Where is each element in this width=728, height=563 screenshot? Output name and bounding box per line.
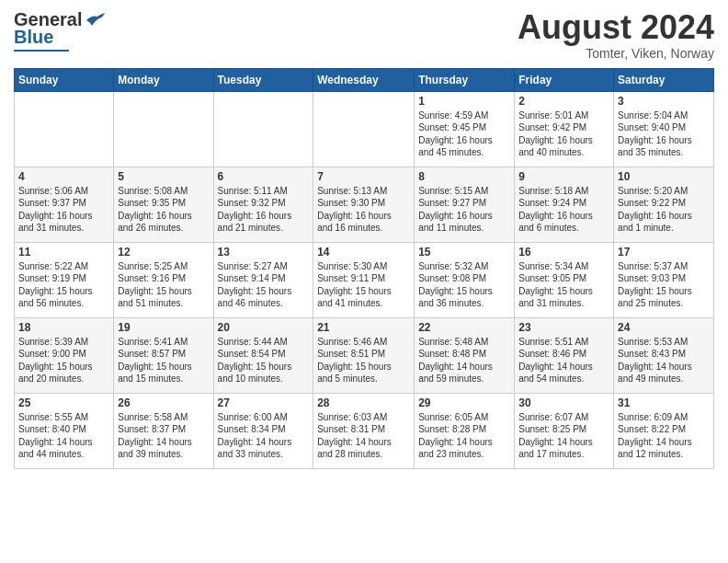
day-number: 29 [418,396,510,409]
day-number: 21 [317,321,410,334]
calendar-cell [15,91,114,167]
calendar-cell: 26Sunrise: 5:58 AM Sunset: 8:37 PM Dayli… [114,393,213,468]
location-text: Tomter, Viken, Norway [518,46,714,61]
day-info: Sunrise: 5:32 AM Sunset: 9:08 PM Dayligh… [418,260,510,310]
calendar-cell: 14Sunrise: 5:30 AM Sunset: 9:11 PM Dayli… [313,242,415,317]
day-number: 25 [18,396,109,409]
calendar-cell: 30Sunrise: 6:07 AM Sunset: 8:25 PM Dayli… [515,393,614,468]
calendar-cell: 4Sunrise: 5:06 AM Sunset: 9:37 PM Daylig… [15,167,114,242]
day-info: Sunrise: 5:18 AM Sunset: 9:24 PM Dayligh… [518,185,609,235]
calendar-cell: 3Sunrise: 5:04 AM Sunset: 9:40 PM Daylig… [614,91,714,167]
calendar-cell: 7Sunrise: 5:13 AM Sunset: 9:30 PM Daylig… [313,167,415,242]
day-info: Sunrise: 5:44 AM Sunset: 8:54 PM Dayligh… [218,336,310,385]
calendar-cell: 11Sunrise: 5:22 AM Sunset: 9:19 PM Dayli… [15,242,114,317]
day-info: Sunrise: 5:58 AM Sunset: 8:37 PM Dayligh… [118,411,209,461]
logo-underline [14,50,69,52]
calendar-cell: 16Sunrise: 5:34 AM Sunset: 9:05 PM Dayli… [515,242,614,317]
calendar-cell: 21Sunrise: 5:46 AM Sunset: 8:51 PM Dayli… [313,317,415,393]
day-number: 24 [618,321,710,334]
day-info: Sunrise: 5:34 AM Sunset: 9:05 PM Dayligh… [518,260,609,310]
day-number: 22 [418,321,510,334]
week-row-2: 4Sunrise: 5:06 AM Sunset: 9:37 PM Daylig… [15,167,714,242]
day-number: 23 [518,321,609,334]
day-info: Sunrise: 5:27 AM Sunset: 9:14 PM Dayligh… [218,260,310,310]
day-info: Sunrise: 5:55 AM Sunset: 8:40 PM Dayligh… [18,411,109,461]
day-info: Sunrise: 5:08 AM Sunset: 9:35 PM Dayligh… [118,185,209,235]
header-sunday: Sunday [15,68,114,91]
calendar-cell: 12Sunrise: 5:25 AM Sunset: 9:16 PM Dayli… [114,242,213,317]
header-saturday: Saturday [614,68,714,91]
calendar-cell: 29Sunrise: 6:05 AM Sunset: 8:28 PM Dayli… [415,393,515,468]
day-number: 8 [418,170,510,183]
day-number: 30 [518,396,609,409]
day-number: 27 [218,396,310,409]
day-number: 10 [618,170,710,183]
header-monday: Monday [114,68,213,91]
week-row-1: 1Sunrise: 4:59 AM Sunset: 9:45 PM Daylig… [15,91,714,167]
day-number: 15 [418,246,510,259]
day-info: Sunrise: 5:39 AM Sunset: 9:00 PM Dayligh… [18,336,109,385]
day-info: Sunrise: 5:53 AM Sunset: 8:43 PM Dayligh… [618,336,710,385]
calendar-cell [114,91,213,167]
day-number: 1 [418,95,510,108]
calendar-cell: 10Sunrise: 5:20 AM Sunset: 9:22 PM Dayli… [614,167,714,242]
day-info: Sunrise: 5:22 AM Sunset: 9:19 PM Dayligh… [18,260,109,310]
day-info: Sunrise: 5:30 AM Sunset: 9:11 PM Dayligh… [317,260,410,310]
day-info: Sunrise: 5:20 AM Sunset: 9:22 PM Dayligh… [618,185,710,235]
day-info: Sunrise: 5:04 AM Sunset: 9:40 PM Dayligh… [618,109,710,159]
day-number: 14 [317,246,410,259]
header-friday: Friday [515,68,614,91]
day-info: Sunrise: 6:00 AM Sunset: 8:34 PM Dayligh… [218,411,310,461]
calendar-cell: 20Sunrise: 5:44 AM Sunset: 8:54 PM Dayli… [213,317,313,393]
day-number: 28 [317,396,410,409]
day-info: Sunrise: 5:11 AM Sunset: 9:32 PM Dayligh… [218,185,310,235]
day-number: 20 [218,321,310,334]
day-info: Sunrise: 5:37 AM Sunset: 9:03 PM Dayligh… [618,260,710,310]
day-info: Sunrise: 5:15 AM Sunset: 9:27 PM Dayligh… [418,185,510,235]
week-row-3: 11Sunrise: 5:22 AM Sunset: 9:19 PM Dayli… [15,242,714,317]
day-number: 3 [618,95,710,108]
calendar-cell: 28Sunrise: 6:03 AM Sunset: 8:31 PM Dayli… [313,393,415,468]
page-header: General Blue August 2024 Tomter, Viken, … [14,9,714,61]
day-info: Sunrise: 5:01 AM Sunset: 9:42 PM Dayligh… [518,109,609,159]
calendar-cell: 23Sunrise: 5:51 AM Sunset: 8:46 PM Dayli… [515,317,614,393]
day-number: 4 [18,170,109,183]
day-info: Sunrise: 6:05 AM Sunset: 8:28 PM Dayligh… [418,411,510,461]
header-thursday: Thursday [415,68,515,91]
day-number: 2 [518,95,609,108]
day-info: Sunrise: 4:59 AM Sunset: 9:45 PM Dayligh… [418,109,510,159]
day-number: 9 [518,170,609,183]
day-info: Sunrise: 5:13 AM Sunset: 9:30 PM Dayligh… [317,185,410,235]
day-info: Sunrise: 6:09 AM Sunset: 8:22 PM Dayligh… [618,411,710,461]
header-tuesday: Tuesday [213,68,313,91]
calendar-cell: 15Sunrise: 5:32 AM Sunset: 9:08 PM Dayli… [415,242,515,317]
week-row-5: 25Sunrise: 5:55 AM Sunset: 8:40 PM Dayli… [15,393,714,468]
calendar-cell: 18Sunrise: 5:39 AM Sunset: 9:00 PM Dayli… [15,317,114,393]
calendar-cell: 25Sunrise: 5:55 AM Sunset: 8:40 PM Dayli… [15,393,114,468]
calendar-cell: 5Sunrise: 5:08 AM Sunset: 9:35 PM Daylig… [114,167,213,242]
calendar-cell: 31Sunrise: 6:09 AM Sunset: 8:22 PM Dayli… [614,393,714,468]
calendar-cell: 13Sunrise: 5:27 AM Sunset: 9:14 PM Dayli… [213,242,313,317]
day-number: 6 [218,170,310,183]
day-info: Sunrise: 5:48 AM Sunset: 8:48 PM Dayligh… [418,336,510,385]
calendar-cell: 8Sunrise: 5:15 AM Sunset: 9:27 PM Daylig… [415,167,515,242]
calendar-cell [213,91,313,167]
day-number: 13 [218,246,310,259]
calendar-cell: 1Sunrise: 4:59 AM Sunset: 9:45 PM Daylig… [415,91,515,167]
day-number: 31 [618,396,710,409]
calendar-cell: 24Sunrise: 5:53 AM Sunset: 8:43 PM Dayli… [614,317,714,393]
day-info: Sunrise: 5:46 AM Sunset: 8:51 PM Dayligh… [317,336,410,385]
title-section: August 2024 Tomter, Viken, Norway [518,9,714,61]
header-wednesday: Wednesday [313,68,415,91]
day-number: 26 [118,396,209,409]
day-info: Sunrise: 5:51 AM Sunset: 8:46 PM Dayligh… [518,336,609,385]
logo-bird-icon [85,13,105,28]
calendar-cell [313,91,415,167]
calendar-cell: 6Sunrise: 5:11 AM Sunset: 9:32 PM Daylig… [213,167,313,242]
day-number: 11 [18,246,109,259]
day-info: Sunrise: 6:07 AM Sunset: 8:25 PM Dayligh… [518,411,609,461]
calendar-cell: 22Sunrise: 5:48 AM Sunset: 8:48 PM Dayli… [415,317,515,393]
day-info: Sunrise: 5:06 AM Sunset: 9:37 PM Dayligh… [18,185,109,235]
day-info: Sunrise: 5:25 AM Sunset: 9:16 PM Dayligh… [118,260,209,310]
day-number: 12 [118,246,209,259]
